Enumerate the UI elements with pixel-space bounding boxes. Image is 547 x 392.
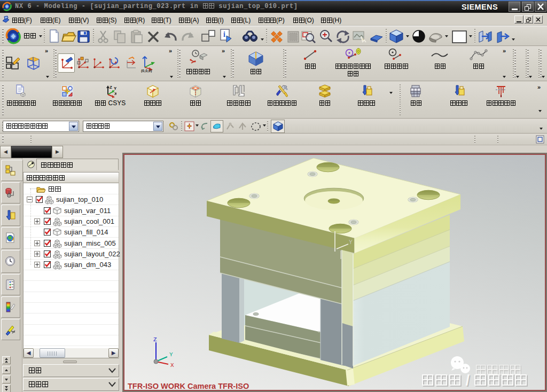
svg-text:i: i: [223, 30, 225, 38]
svg-text:Y: Y: [114, 86, 116, 91]
svg-text:X: X: [114, 91, 116, 96]
svg-text:(0,0,0): (0,0,0): [141, 69, 152, 73]
svg-text:X: X: [170, 362, 174, 369]
svg-text:Z: Z: [153, 336, 157, 343]
svg-text:Y: Y: [349, 239, 353, 245]
svg-text:Z: Z: [110, 85, 112, 90]
svg-text:TFR-ISO WORK Camera TFR-ISO: TFR-ISO WORK Camera TFR-ISO: [128, 382, 249, 390]
svg-text:Y: Y: [169, 351, 173, 358]
